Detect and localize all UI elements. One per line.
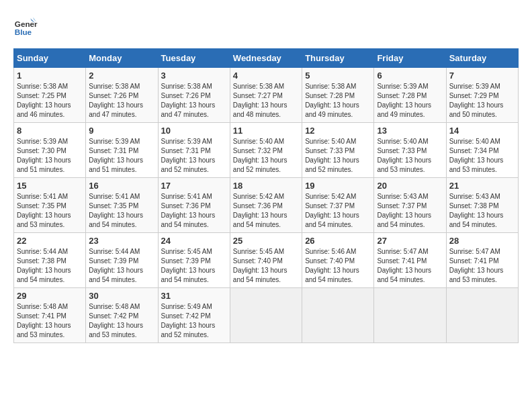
- day-info: Sunrise: 5:46 AMSunset: 7:40 PMDaylight:…: [305, 248, 359, 283]
- day-number: 9: [89, 126, 154, 136]
- calendar-cell: 18 Sunrise: 5:42 AMSunset: 7:36 PMDaylig…: [230, 178, 302, 233]
- day-number: 1: [17, 71, 83, 81]
- day-number: 29: [17, 291, 83, 301]
- day-info: Sunrise: 5:39 AMSunset: 7:31 PMDaylight:…: [89, 138, 143, 173]
- day-info: Sunrise: 5:40 AMSunset: 7:32 PMDaylight:…: [233, 138, 287, 173]
- calendar-cell: 31 Sunrise: 5:49 AMSunset: 7:42 PMDaylig…: [158, 288, 230, 343]
- day-info: Sunrise: 5:40 AMSunset: 7:33 PMDaylight:…: [377, 138, 431, 173]
- day-info: Sunrise: 5:38 AMSunset: 7:26 PMDaylight:…: [89, 83, 143, 118]
- day-number: 14: [449, 126, 515, 136]
- calendar-week-row: 29 Sunrise: 5:48 AMSunset: 7:41 PMDaylig…: [14, 288, 519, 343]
- day-number: 31: [161, 291, 227, 301]
- calendar-cell: 6 Sunrise: 5:39 AMSunset: 7:28 PMDayligh…: [374, 68, 446, 123]
- day-info: Sunrise: 5:39 AMSunset: 7:29 PMDaylight:…: [449, 83, 504, 118]
- day-number: 20: [377, 181, 443, 191]
- day-info: Sunrise: 5:43 AMSunset: 7:37 PMDaylight:…: [377, 193, 431, 228]
- logo-icon: General Blue: [13, 13, 38, 38]
- day-info: Sunrise: 5:44 AMSunset: 7:38 PMDaylight:…: [17, 248, 71, 283]
- day-info: Sunrise: 5:45 AMSunset: 7:40 PMDaylight:…: [233, 248, 287, 283]
- day-number: 27: [377, 236, 443, 246]
- calendar-cell: 30 Sunrise: 5:48 AMSunset: 7:42 PMDaylig…: [86, 288, 158, 343]
- day-info: Sunrise: 5:38 AMSunset: 7:25 PMDaylight:…: [17, 83, 71, 118]
- calendar-cell: 25 Sunrise: 5:45 AMSunset: 7:40 PMDaylig…: [230, 233, 302, 288]
- weekday-header: Tuesday: [158, 49, 230, 68]
- svg-text:General: General: [15, 19, 38, 28]
- calendar-cell: 8 Sunrise: 5:39 AMSunset: 7:30 PMDayligh…: [14, 123, 86, 178]
- calendar-cell: 26 Sunrise: 5:46 AMSunset: 7:40 PMDaylig…: [302, 233, 374, 288]
- day-info: Sunrise: 5:42 AMSunset: 7:36 PMDaylight:…: [233, 193, 287, 228]
- calendar-cell: 23 Sunrise: 5:44 AMSunset: 7:39 PMDaylig…: [86, 233, 158, 288]
- calendar-cell: 24 Sunrise: 5:45 AMSunset: 7:39 PMDaylig…: [158, 233, 230, 288]
- day-number: 10: [161, 126, 227, 136]
- calendar-cell: 15 Sunrise: 5:41 AMSunset: 7:35 PMDaylig…: [14, 178, 86, 233]
- weekday-header: Friday: [374, 49, 446, 68]
- day-number: 23: [89, 236, 154, 246]
- calendar-cell: [302, 288, 374, 343]
- day-number: 13: [377, 126, 443, 136]
- day-number: 22: [17, 236, 83, 246]
- day-info: Sunrise: 5:44 AMSunset: 7:39 PMDaylight:…: [89, 248, 143, 283]
- calendar-cell: [446, 288, 518, 343]
- calendar-week-row: 1 Sunrise: 5:38 AMSunset: 7:25 PMDayligh…: [14, 68, 519, 123]
- day-info: Sunrise: 5:38 AMSunset: 7:27 PMDaylight:…: [233, 83, 287, 118]
- calendar-cell: 17 Sunrise: 5:41 AMSunset: 7:36 PMDaylig…: [158, 178, 230, 233]
- day-number: 12: [305, 126, 371, 136]
- day-number: 7: [449, 71, 515, 81]
- day-number: 3: [161, 71, 227, 81]
- calendar-cell: 16 Sunrise: 5:41 AMSunset: 7:35 PMDaylig…: [86, 178, 158, 233]
- calendar-cell: 14 Sunrise: 5:40 AMSunset: 7:34 PMDaylig…: [446, 123, 518, 178]
- day-number: 6: [377, 71, 443, 81]
- calendar-cell: 9 Sunrise: 5:39 AMSunset: 7:31 PMDayligh…: [86, 123, 158, 178]
- calendar-cell: 5 Sunrise: 5:38 AMSunset: 7:28 PMDayligh…: [302, 68, 374, 123]
- day-info: Sunrise: 5:39 AMSunset: 7:31 PMDaylight:…: [161, 138, 216, 173]
- day-number: 17: [161, 181, 227, 191]
- calendar-cell: 3 Sunrise: 5:38 AMSunset: 7:26 PMDayligh…: [158, 68, 230, 123]
- calendar-cell: 4 Sunrise: 5:38 AMSunset: 7:27 PMDayligh…: [230, 68, 302, 123]
- calendar-cell: 19 Sunrise: 5:42 AMSunset: 7:37 PMDaylig…: [302, 178, 374, 233]
- day-number: 18: [233, 181, 299, 191]
- day-info: Sunrise: 5:45 AMSunset: 7:39 PMDaylight:…: [161, 248, 216, 283]
- calendar-cell: 20 Sunrise: 5:43 AMSunset: 7:37 PMDaylig…: [374, 178, 446, 233]
- calendar-cell: 13 Sunrise: 5:40 AMSunset: 7:33 PMDaylig…: [374, 123, 446, 178]
- day-info: Sunrise: 5:47 AMSunset: 7:41 PMDaylight:…: [377, 248, 431, 283]
- day-number: 16: [89, 181, 154, 191]
- day-info: Sunrise: 5:40 AMSunset: 7:34 PMDaylight:…: [449, 138, 504, 173]
- day-number: 2: [89, 71, 154, 81]
- calendar-cell: 27 Sunrise: 5:47 AMSunset: 7:41 PMDaylig…: [374, 233, 446, 288]
- calendar-cell: 10 Sunrise: 5:39 AMSunset: 7:31 PMDaylig…: [158, 123, 230, 178]
- calendar-cell: 12 Sunrise: 5:40 AMSunset: 7:33 PMDaylig…: [302, 123, 374, 178]
- day-number: 25: [233, 236, 299, 246]
- calendar-cell: [230, 288, 302, 343]
- day-info: Sunrise: 5:38 AMSunset: 7:28 PMDaylight:…: [305, 83, 359, 118]
- day-number: 4: [233, 71, 299, 81]
- weekday-header: Saturday: [446, 49, 518, 68]
- day-info: Sunrise: 5:41 AMSunset: 7:36 PMDaylight:…: [161, 193, 216, 228]
- weekday-header: Thursday: [302, 49, 374, 68]
- day-info: Sunrise: 5:39 AMSunset: 7:30 PMDaylight:…: [17, 138, 71, 173]
- calendar-cell: 22 Sunrise: 5:44 AMSunset: 7:38 PMDaylig…: [14, 233, 86, 288]
- day-info: Sunrise: 5:41 AMSunset: 7:35 PMDaylight:…: [17, 193, 71, 228]
- day-number: 11: [233, 126, 299, 136]
- day-info: Sunrise: 5:41 AMSunset: 7:35 PMDaylight:…: [89, 193, 143, 228]
- day-number: 24: [161, 236, 227, 246]
- day-number: 5: [305, 71, 371, 81]
- day-info: Sunrise: 5:40 AMSunset: 7:33 PMDaylight:…: [305, 138, 359, 173]
- calendar-cell: 7 Sunrise: 5:39 AMSunset: 7:29 PMDayligh…: [446, 68, 518, 123]
- calendar-week-row: 22 Sunrise: 5:44 AMSunset: 7:38 PMDaylig…: [14, 233, 519, 288]
- logo: General Blue: [13, 13, 38, 38]
- day-number: 30: [89, 291, 154, 301]
- calendar-cell: 28 Sunrise: 5:47 AMSunset: 7:41 PMDaylig…: [446, 233, 518, 288]
- calendar-week-row: 8 Sunrise: 5:39 AMSunset: 7:30 PMDayligh…: [14, 123, 519, 178]
- day-number: 8: [17, 126, 83, 136]
- day-number: 28: [449, 236, 515, 246]
- calendar-week-row: 15 Sunrise: 5:41 AMSunset: 7:35 PMDaylig…: [14, 178, 519, 233]
- calendar-cell: 11 Sunrise: 5:40 AMSunset: 7:32 PMDaylig…: [230, 123, 302, 178]
- weekday-header: Monday: [86, 49, 158, 68]
- calendar-cell: 1 Sunrise: 5:38 AMSunset: 7:25 PMDayligh…: [14, 68, 86, 123]
- day-info: Sunrise: 5:48 AMSunset: 7:41 PMDaylight:…: [17, 303, 71, 338]
- calendar-table: SundayMondayTuesdayWednesdayThursdayFrid…: [13, 48, 519, 343]
- day-info: Sunrise: 5:43 AMSunset: 7:38 PMDaylight:…: [449, 193, 504, 228]
- day-number: 15: [17, 181, 83, 191]
- day-info: Sunrise: 5:48 AMSunset: 7:42 PMDaylight:…: [89, 303, 143, 338]
- calendar-body: 1 Sunrise: 5:38 AMSunset: 7:25 PMDayligh…: [14, 68, 519, 343]
